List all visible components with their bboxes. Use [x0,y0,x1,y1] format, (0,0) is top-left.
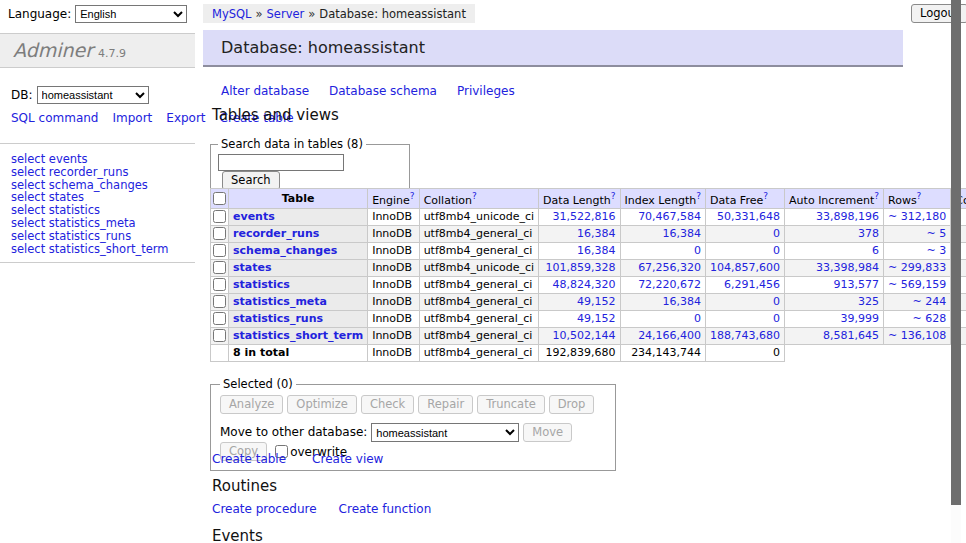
sidebar-item-events[interactable]: select events [11,153,168,166]
index-length-value[interactable]: 0 [694,244,701,257]
data-free-value[interactable]: 0 [773,227,780,240]
data-free-value[interactable]: 0 [773,244,780,257]
row-checkbox[interactable] [213,261,226,274]
auto-increment-value[interactable]: 33,398,984 [816,261,879,274]
row-checkbox[interactable] [213,244,226,257]
truncate-button[interactable]: Truncate [477,395,545,414]
rows-value[interactable]: ~ 136,108 [888,329,946,342]
table-row: eventsInnoDButf8mb4_unicode_ci31,522,816… [211,208,966,225]
search-input[interactable] [218,154,344,171]
data-free-value[interactable]: 0 [773,312,780,325]
column-help-link[interactable]: ? [410,191,415,201]
rows-value[interactable]: ~ 628 [912,312,946,325]
breadcrumb-mysql[interactable]: MySQL [212,7,252,21]
row-checkbox[interactable] [213,295,226,308]
table-link-statistics_short_term[interactable]: statistics_short_term [233,329,363,342]
create-table-link[interactable]: Create table [212,452,286,466]
rows-value[interactable]: ~ 3 [926,244,946,257]
index-length-value[interactable]: 0 [694,312,701,325]
table-link-statistics_meta[interactable]: statistics_meta [233,295,327,308]
index-length-value[interactable]: 24,166,400 [638,329,701,342]
subnav-database-schema[interactable]: Database schema [329,84,437,98]
data-free-value[interactable]: 50,331,648 [717,210,780,223]
language-select[interactable]: English [75,5,187,23]
data-free-value[interactable]: 188,743,680 [710,329,780,342]
index-length-value[interactable]: 72,220,672 [638,278,701,291]
breadcrumb-server[interactable]: Server [267,7,305,21]
optimize-button[interactable]: Optimize [287,395,357,414]
select-all-checkbox[interactable] [213,192,226,205]
table-link-events[interactable]: events [233,210,275,223]
table-link-recorder_runs[interactable]: recorder_runs [233,227,319,240]
db-select[interactable]: homeassistant [37,86,149,104]
row-checkbox[interactable] [213,312,226,325]
data-length-value[interactable]: 49,152 [577,312,616,325]
table-link-schema_changes[interactable]: schema_changes [233,244,337,257]
data-free-value[interactable]: 0 [773,295,780,308]
table-link-statistics[interactable]: statistics [233,278,290,291]
analyze-button[interactable]: Analyze [220,395,283,414]
data-length-value[interactable]: 10,502,144 [553,329,616,342]
row-checkbox[interactable] [213,278,226,291]
index-length-value[interactable]: 16,384 [663,295,702,308]
column-header-rows: Rows? [884,189,951,209]
create-function-link[interactable]: Create function [339,502,432,516]
subnav-privileges[interactable]: Privileges [457,84,515,98]
sidebar-action-import[interactable]: Import [112,111,152,125]
rows-value[interactable]: ~ 569,159 [888,278,946,291]
column-help-link[interactable]: ? [917,191,922,201]
auto-increment-value[interactable]: 378 [858,227,879,240]
rows-value[interactable]: ~ 244 [912,295,946,308]
auto-increment-value[interactable]: 8,581,645 [823,329,879,342]
sidebar-action-export[interactable]: Export [166,111,205,125]
index-length-value[interactable]: 70,467,584 [638,210,701,223]
sidebar-action-sql-command[interactable]: SQL command [11,111,98,125]
move-button[interactable]: Move [523,423,572,442]
auto-increment-value[interactable]: 33,898,196 [816,210,879,223]
column-help-link[interactable]: ? [696,191,701,201]
data-length-value[interactable]: 31,522,816 [553,210,616,223]
auto-increment-value[interactable]: 6 [872,244,879,257]
sidebar-item-statistics_short_term[interactable]: select statistics_short_term [11,243,168,256]
index-length-value[interactable]: 16,384 [663,227,702,240]
row-checkbox-cell [211,208,229,225]
subnav-alter-database[interactable]: Alter database [221,84,309,98]
sidebar-item-statistics_runs[interactable]: select statistics_runs [11,230,168,243]
table-link-states[interactable]: states [233,261,272,274]
row-checkbox[interactable] [213,210,226,223]
rows-value[interactable]: ~ 299,833 [888,261,946,274]
rows-value[interactable]: ~ 5 [926,227,946,240]
data-free-value[interactable]: 6,291,456 [724,278,780,291]
auto-increment-value[interactable]: 39,999 [841,312,880,325]
adminer-logo-link[interactable]: Adminer [13,39,93,61]
collation-cell: utf8mb4_unicode_ci [419,259,538,276]
db-row: DB:homeassistant [11,86,149,104]
row-checkbox[interactable] [213,329,226,342]
data-free-value[interactable]: 104,857,600 [710,261,780,274]
data-length-value[interactable]: 16,384 [577,227,616,240]
data-length-value[interactable]: 48,824,320 [553,278,616,291]
column-help-link[interactable]: ? [874,191,879,201]
data-length-value[interactable]: 101,859,328 [546,261,616,274]
check-button[interactable]: Check [361,395,414,414]
auto-increment-value[interactable]: 325 [858,295,879,308]
sidebar-item-statistics_meta[interactable]: select statistics_meta [11,217,168,230]
rows-value[interactable]: ~ 312,180 [888,210,946,223]
repair-button[interactable]: Repair [418,395,473,414]
data-length-value[interactable]: 16,384 [577,244,616,257]
sidebar-item-recorder_runs[interactable]: select recorder_runs [11,166,168,179]
column-help-link[interactable]: ? [763,191,768,201]
table-link-statistics_runs[interactable]: statistics_runs [233,312,323,325]
scrollbar-thumb[interactable] [951,0,961,505]
column-help-link[interactable]: ? [611,191,616,201]
create-view-link[interactable]: Create view [312,452,383,466]
move-database-select[interactable]: homeassistant [371,423,519,442]
index-length-value[interactable]: 67,256,320 [638,261,701,274]
drop-button[interactable]: Drop [549,395,595,414]
create-procedure-link[interactable]: Create procedure [212,502,317,516]
row-checkbox[interactable] [213,227,226,240]
data-length-value[interactable]: 49,152 [577,295,616,308]
auto-increment-value[interactable]: 913,577 [834,278,880,291]
table-row: statesInnoDButf8mb4_unicode_ci101,859,32… [211,259,966,276]
column-help-link[interactable]: ? [472,191,477,201]
